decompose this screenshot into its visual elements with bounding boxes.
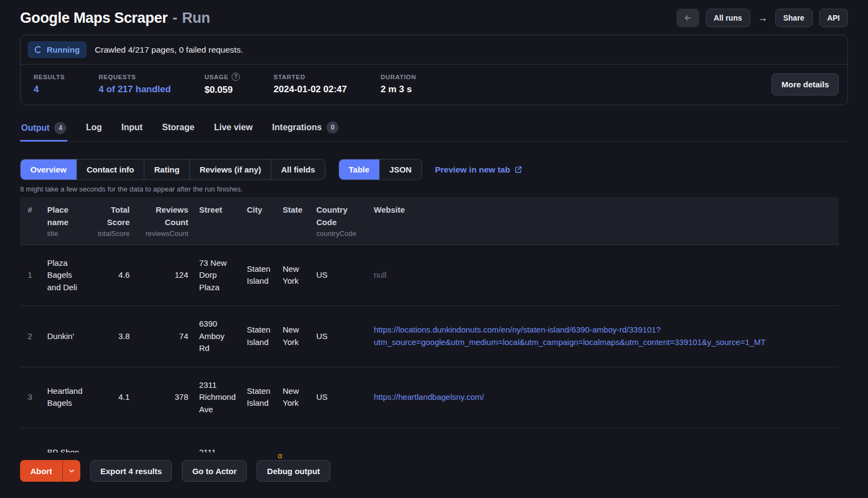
format-json-button[interactable]: JSON [380,159,422,180]
abort-options-button[interactable] [62,460,80,482]
cell-place-name: Dunkin' [42,306,90,367]
view-all-fields-button[interactable]: All fields [271,159,325,180]
cell-street: 2311 Richmond Ave [194,367,241,428]
status-row: Running Crawled 4/217 pages, 0 failed re… [21,35,847,65]
cell-reviews-count: 74 [135,306,194,367]
row-index [20,428,42,453]
tab-log[interactable]: Log [85,122,103,141]
stat-requests: REQUESTS 4 of 217 handled [99,74,171,95]
cell-state: New York [277,245,311,306]
abort-button-group: Abort [20,460,80,482]
header-bar: Google Maps Scraper-Run All runs → Share… [0,0,868,27]
tab-live-view[interactable]: Live view [213,122,253,141]
status-badge: Running [28,41,87,58]
cell-street: 6390 Amboy Rd [194,306,241,367]
cell-street: 73 New Dorp Plaza [194,245,241,306]
tab-storage[interactable]: Storage [161,122,196,141]
col-street: Street [194,197,241,245]
stat-usage-value: $0.059 [205,85,240,95]
spinner-icon [35,46,42,53]
results-table-container: # Place name title Total Score totalScor… [20,197,839,452]
stat-started: STARTED 2024-01-02 02:47 [273,74,347,95]
col-city: City [241,197,277,245]
stat-usage-label-text: USAGE [205,74,228,80]
more-details-button[interactable]: More details [771,73,839,95]
cell-city [241,428,277,453]
abort-button[interactable]: Abort [20,460,62,482]
stat-duration-label: DURATION [381,74,416,80]
view-overview-button[interactable]: Overview [21,159,77,180]
cell-reviews-count: 378 [135,367,194,428]
table-row: 2 Dunkin' 3.8 74 6390 Amboy Rd Staten Is… [20,306,839,367]
website-link[interactable]: https://heartlandbagelsny.com/ [374,392,484,401]
crawl-status-text: Crawled 4/217 pages, 0 failed requests. [95,45,243,55]
page-title: Google Maps Scraper-Run [20,10,210,27]
cell-country-code: US [311,306,368,367]
format-table-button[interactable]: Table [339,159,380,180]
website-link-line2: utm_source=google&utm_medium=local&utm_c… [374,336,833,349]
view-rating-button[interactable]: Rating [144,159,190,180]
row-index: 3 [20,367,42,428]
stat-requests-label: REQUESTS [99,74,171,80]
cell-website: https://locations.dunkindonuts.com/en/ny… [368,306,839,367]
forward-arrow-icon[interactable]: → [757,12,769,24]
cell-city: Staten Island [241,306,277,367]
run-status-panel: Running Crawled 4/217 pages, 0 failed re… [20,35,848,105]
cell-reviews-count: 124 [135,245,194,306]
tab-integrations[interactable]: Integrations 0 [271,122,340,141]
col-country-code: Country Code countryCode [311,197,368,245]
view-reviews-button[interactable]: Reviews (if any) [190,159,271,180]
col-reviews-count-label: Reviews Count [141,204,188,228]
cell-reviews-count [135,428,194,453]
tab-storage-label: Storage [162,123,195,132]
go-to-actor-button[interactable]: Go to Actor [182,460,247,482]
col-reviews-count-field: reviewsCount [141,228,188,239]
table-row: 3 Heartland Bagels 4.1 378 2311 Richmond… [20,367,839,428]
cell-website [368,428,839,453]
website-link[interactable]: https://locations.dunkindonuts.com/en/ny… [374,324,833,348]
cell-total-score: 4.1 [90,367,135,428]
alpha-badge: α [278,451,282,460]
col-website: Website [368,197,839,245]
col-country-code-field: countryCode [316,228,363,239]
stat-results-value[interactable]: 4 [34,84,65,95]
export-results-button[interactable]: Export 4 results [90,460,172,482]
run-actions-bar: Abort Export 4 results Go to Actor Debug… [20,460,330,482]
stat-usage-label: USAGE ? [205,73,240,81]
tab-log-label: Log [86,123,101,132]
col-place-name: Place name title [42,197,90,245]
results-table: # Place name title Total Score totalScor… [20,197,839,452]
debug-output-button[interactable]: Debug output [257,460,330,482]
cell-total-score [90,428,135,453]
back-button[interactable] [676,9,699,27]
cell-state: New York [277,367,311,428]
run-label: Run [182,10,210,26]
table-row: BP Shop 2111 [20,428,839,453]
preview-link-label: Preview in new tab [435,165,510,175]
api-button[interactable]: API [819,9,848,27]
cell-place-name: Plaza Bagels and Deli [42,245,90,306]
help-icon[interactable]: ? [232,73,240,81]
cell-website: null [368,245,839,306]
col-index: # [20,197,42,245]
tab-output[interactable]: Output 4 [20,122,67,142]
all-runs-button[interactable]: All runs [706,9,750,27]
arrow-left-icon [684,14,692,22]
col-total-score-label: Total Score [95,204,130,228]
share-button[interactable]: Share [775,9,813,27]
cell-city: Staten Island [241,245,277,306]
chevron-down-icon [68,468,75,474]
actor-name: Google Maps Scraper [20,10,168,26]
tab-input[interactable]: Input [120,122,144,141]
stat-usage: USAGE ? $0.059 [205,73,240,95]
tab-input-label: Input [122,123,143,132]
stat-duration: DURATION 2 m 3 s [381,74,416,95]
view-contact-info-button[interactable]: Contact info [77,159,145,180]
preview-in-new-tab-link[interactable]: Preview in new tab [435,165,523,175]
col-total-score-field: totalScore [95,228,130,239]
cell-total-score: 3.8 [90,306,135,367]
row-index: 1 [20,245,42,306]
output-hint-text: It might take a few seconds for the data… [20,185,848,193]
col-total-score: Total Score totalScore [90,197,135,245]
stat-requests-value[interactable]: 4 of 217 handled [99,84,171,95]
